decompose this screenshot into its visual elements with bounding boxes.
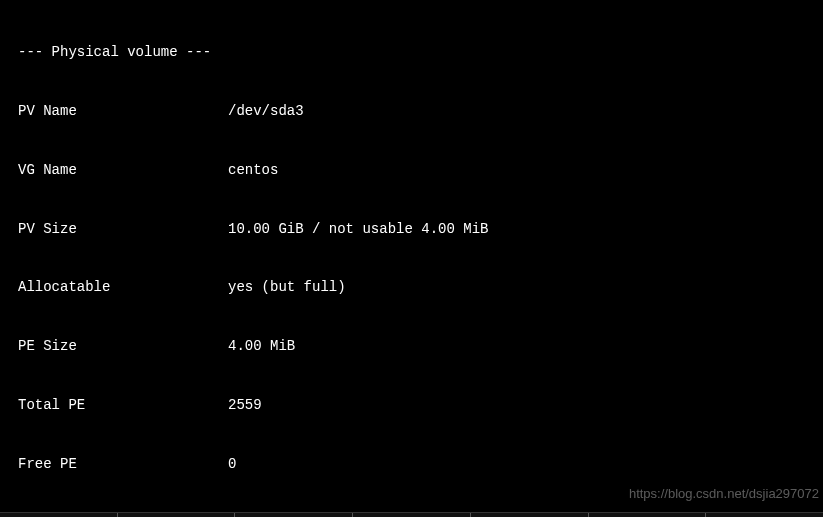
- field-value: 2559: [228, 396, 262, 416]
- field-value: yes (but full): [228, 278, 346, 298]
- field-value: centos: [228, 161, 278, 181]
- tab[interactable]: [471, 513, 589, 517]
- pv1-field: Total PE2559: [8, 396, 815, 416]
- field-value: /dev/sda3: [228, 102, 304, 122]
- field-label: PV Name: [8, 102, 228, 122]
- tab[interactable]: [353, 513, 471, 517]
- tab[interactable]: [0, 513, 118, 517]
- pv1-field: PE Size4.00 MiB: [8, 337, 815, 357]
- pv1-field: Free PE0: [8, 455, 815, 475]
- pv1-field: VG Namecentos: [8, 161, 815, 181]
- bottom-tab-bar: [0, 512, 823, 517]
- tab[interactable]: [589, 513, 707, 517]
- field-label: PE Size: [8, 337, 228, 357]
- tab[interactable]: [235, 513, 353, 517]
- tab[interactable]: [118, 513, 236, 517]
- pv1-field: PV Size10.00 GiB / not usable 4.00 MiB: [8, 220, 815, 240]
- terminal-output[interactable]: --- Physical volume --- PV Name/dev/sda3…: [8, 4, 815, 517]
- field-label: Free PE: [8, 455, 228, 475]
- pv1-field: Allocatableyes (but full): [8, 278, 815, 298]
- field-value: 10.00 GiB / not usable 4.00 MiB: [228, 220, 488, 240]
- field-value: 4.00 MiB: [228, 337, 295, 357]
- field-value: 0: [228, 455, 236, 475]
- field-label: Allocatable: [8, 278, 228, 298]
- field-label: Total PE: [8, 396, 228, 416]
- field-label: VG Name: [8, 161, 228, 181]
- tab[interactable]: [706, 513, 823, 517]
- pv1-header: --- Physical volume ---: [8, 43, 815, 63]
- pv1-field: PV Name/dev/sda3: [8, 102, 815, 122]
- field-label: PV Size: [8, 220, 228, 240]
